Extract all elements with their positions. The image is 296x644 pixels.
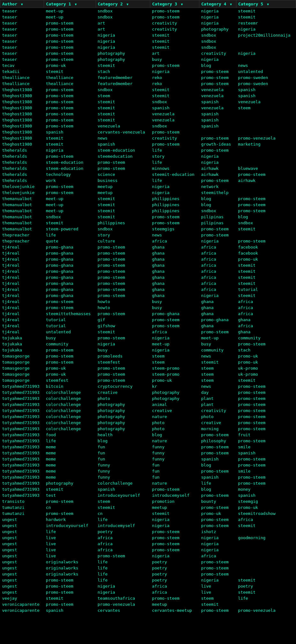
table-cell: thepreacher xyxy=(0,232,44,238)
table-cell: promo-uk xyxy=(236,353,296,359)
table-cell: spanish xyxy=(236,87,296,93)
table-cell: funny xyxy=(150,456,199,462)
table-cell: ungest xyxy=(0,589,44,595)
col-cat2-label: Category 2 xyxy=(98,2,123,6)
table-cell: money xyxy=(236,486,296,492)
table-cell: goodmorning xyxy=(236,535,296,541)
table-cell: tj4real xyxy=(0,329,44,335)
table-cell: cervantes-venezuela xyxy=(96,129,150,135)
table-cell: steemit xyxy=(44,486,96,492)
table-cell: steemgig xyxy=(236,498,296,504)
table-cell: blog xyxy=(199,462,236,468)
table-cell: steemit xyxy=(236,226,296,232)
table-row: totyahmed731993steemitspanishpromo-steem… xyxy=(0,486,296,492)
table-cell: promo-steem xyxy=(96,311,150,317)
table-cell: originalworks xyxy=(44,565,96,571)
table-cell: africa xyxy=(199,280,236,286)
table-cell: promo-steem xyxy=(199,147,236,153)
table-cell: promo-steem xyxy=(44,305,96,311)
table-cell: promo-ghana xyxy=(44,250,96,256)
table-cell: africa xyxy=(150,583,199,589)
table-body: teasermeet-upsndboxpromo-steemnigeriaste… xyxy=(0,8,296,614)
table-cell: steemit xyxy=(236,268,296,274)
table-cell: promo-uk xyxy=(44,371,96,377)
table-cell: hardwork xyxy=(44,517,96,523)
table-cell: theghost1980 xyxy=(0,87,44,93)
table-row: theheraldstechnologysciencesteemit-educa… xyxy=(0,171,296,177)
table-cell: promo-steem xyxy=(199,517,236,523)
table-cell: life xyxy=(96,577,150,583)
table-cell: steemit xyxy=(199,601,236,607)
table-cell: work xyxy=(44,177,96,184)
table-row: thepreacherquotecultureafricanigeriaprom… xyxy=(0,238,296,244)
table-row: tj4realpromo-ghanapromo-steemghanaafrica… xyxy=(0,268,296,274)
table-row: theghost1980steemitspanishpromo-steemgro… xyxy=(0,141,296,147)
table-cell: nigeria xyxy=(199,20,236,26)
table-cell: theheralds xyxy=(0,159,44,165)
table-cell: nigeria xyxy=(199,56,236,62)
table-cell: colorchallenge xyxy=(44,420,96,426)
table-cell: promo-steem xyxy=(44,87,96,93)
col-cat4[interactable]: Category 4 ▼ xyxy=(199,0,236,8)
table-cell: ghana xyxy=(150,293,199,299)
table-cell: promo-steem xyxy=(199,559,236,565)
table-cell: ungest xyxy=(0,571,44,577)
table-cell: story xyxy=(150,153,199,159)
table-cell: project20millionnaija xyxy=(236,32,296,38)
table-row: tj4realpromo-ghanapromo-steemghanaafrica… xyxy=(0,262,296,268)
table-cell: promo-steem xyxy=(236,202,296,208)
table-row: veejaysteemitteamsouthafricapromo-steems… xyxy=(0,595,296,601)
table-cell: promo-steem xyxy=(199,69,236,75)
table-cell: ghana xyxy=(199,311,236,317)
table-cell: philippines xyxy=(150,208,199,214)
table-cell xyxy=(236,123,296,129)
col-author[interactable]: Author ▼ xyxy=(0,0,44,8)
table-cell: spanish xyxy=(199,117,236,123)
table-cell: life xyxy=(96,517,150,523)
table-cell: promo-steem xyxy=(199,504,236,510)
col-cat3[interactable]: Category 3 ▼ xyxy=(150,0,199,8)
col-cat2[interactable]: Category 2 ▼ xyxy=(96,0,150,8)
table-cell: promo-steem xyxy=(199,81,236,87)
table-cell: tumutanzi xyxy=(0,504,44,510)
table-row: teaserpromo-steemphotographyartcreativit… xyxy=(0,50,296,56)
table-cell: teaser xyxy=(0,50,44,56)
table-cell: spanish xyxy=(44,129,96,135)
table-row: ungestlivepromo-steemnigeriaafrica xyxy=(0,553,296,559)
table-cell: steemit xyxy=(150,93,199,99)
table-cell: steemit xyxy=(236,8,296,14)
table-cell: promo-steem xyxy=(236,389,296,395)
table-cell: steemit xyxy=(199,359,236,365)
table-cell: colorchallenge xyxy=(44,402,96,408)
table-cell: photo xyxy=(150,420,199,426)
table-cell: blog xyxy=(236,214,296,220)
table-cell: spanish xyxy=(96,486,150,492)
table-cell: teaser xyxy=(0,38,44,44)
table-cell: steemfest xyxy=(96,359,150,365)
table-cell: ungest xyxy=(0,517,44,523)
table-row: theheraldssteem-educationpromo-steemminn… xyxy=(0,165,296,171)
table-cell: life xyxy=(44,529,96,535)
table-cell: introduceyourself xyxy=(96,492,150,498)
table-cell: veejay xyxy=(0,595,44,601)
table-cell: promo-steem xyxy=(199,571,236,577)
table-cell: day xyxy=(199,389,236,395)
table-cell: themanualbot xyxy=(0,214,44,220)
table-cell: teaser xyxy=(0,14,44,20)
table-cell: promo-steem xyxy=(150,535,199,541)
table-cell: meme xyxy=(44,444,96,450)
table-cell: airhawk xyxy=(199,165,236,171)
table-row: ungesthardworklifenigeriapromo-steemafri… xyxy=(0,517,296,523)
table-cell: ghana xyxy=(199,323,236,329)
table-cell: totyahmed731993 xyxy=(0,432,44,438)
table-cell: nigeria xyxy=(96,32,150,38)
table-cell: meme xyxy=(44,468,96,474)
table-cell: promo-steem xyxy=(236,462,296,468)
table-cell: colorchallenge xyxy=(44,414,96,420)
table-cell: theghost1980 xyxy=(0,99,44,105)
table-cell: live xyxy=(44,553,96,559)
table-cell: promo-steem xyxy=(199,329,236,335)
col-cat5[interactable]: Category 5 ▼ xyxy=(236,0,296,8)
table-cell: tj4real xyxy=(0,293,44,299)
col-cat1[interactable]: Category 1 ▼ xyxy=(44,0,96,8)
